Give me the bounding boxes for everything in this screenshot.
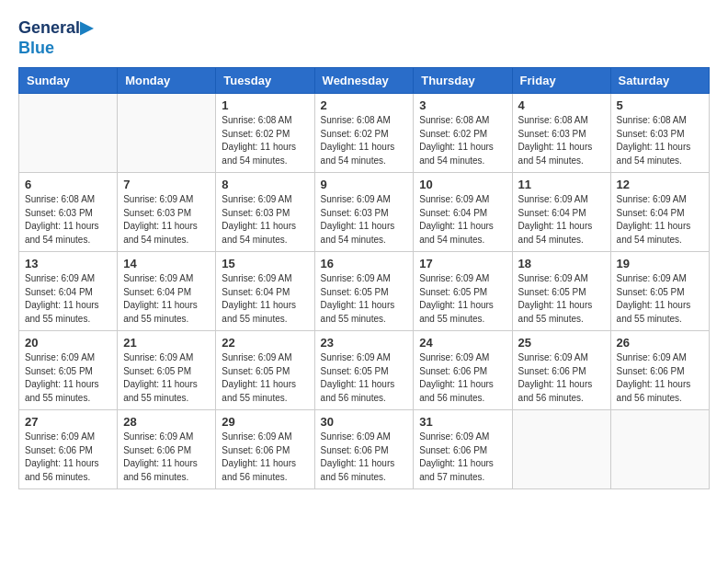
calendar-day-cell: 20Sunrise: 6:09 AM Sunset: 6:05 PM Dayli… [19, 331, 118, 410]
day-number: 25 [518, 336, 605, 350]
day-info: Sunrise: 6:08 AM Sunset: 6:02 PM Dayligh… [222, 114, 308, 167]
calendar-day-cell: 12Sunrise: 6:09 AM Sunset: 6:04 PM Dayli… [610, 173, 709, 252]
day-number: 15 [222, 257, 308, 270]
day-info: Sunrise: 6:09 AM Sunset: 6:05 PM Dayligh… [321, 272, 408, 326]
calendar-day-cell: 10Sunrise: 6:09 AM Sunset: 6:04 PM Dayli… [414, 173, 512, 252]
calendar-day-cell: 4Sunrise: 6:08 AM Sunset: 6:03 PM Daylig… [512, 94, 610, 173]
day-info: Sunrise: 6:09 AM Sunset: 6:06 PM Dayligh… [222, 431, 308, 484]
day-number: 9 [321, 178, 408, 191]
day-info: Sunrise: 6:09 AM Sunset: 6:06 PM Dayligh… [617, 351, 703, 405]
calendar-day-cell [118, 94, 216, 173]
weekday-header-saturday: Saturday [610, 68, 709, 94]
day-info: Sunrise: 6:09 AM Sunset: 6:04 PM Dayligh… [123, 272, 210, 326]
calendar-table: SundayMondayTuesdayWednesdayThursdayFrid… [18, 67, 710, 489]
day-info: Sunrise: 6:09 AM Sunset: 6:06 PM Dayligh… [25, 431, 111, 484]
day-info: Sunrise: 6:09 AM Sunset: 6:03 PM Dayligh… [222, 193, 308, 247]
calendar-day-cell: 18Sunrise: 6:09 AM Sunset: 6:05 PM Dayli… [512, 252, 610, 331]
day-number: 4 [518, 98, 605, 112]
day-number: 8 [222, 178, 308, 191]
weekday-header-sunday: Sunday [19, 68, 118, 94]
calendar-day-cell: 1Sunrise: 6:08 AM Sunset: 6:02 PM Daylig… [216, 94, 314, 173]
calendar-day-cell: 19Sunrise: 6:09 AM Sunset: 6:05 PM Dayli… [610, 252, 709, 331]
day-info: Sunrise: 6:09 AM Sunset: 6:06 PM Dayligh… [321, 431, 408, 484]
calendar-day-cell [19, 94, 118, 173]
calendar-day-cell: 27Sunrise: 6:09 AM Sunset: 6:06 PM Dayli… [19, 410, 118, 489]
day-number: 18 [518, 257, 605, 270]
calendar-day-cell: 8Sunrise: 6:09 AM Sunset: 6:03 PM Daylig… [216, 173, 314, 252]
logo: General▶ Blue [18, 18, 93, 58]
day-info: Sunrise: 6:09 AM Sunset: 6:05 PM Dayligh… [617, 272, 703, 326]
calendar-day-cell [610, 410, 709, 489]
day-number: 2 [321, 98, 408, 112]
page-header: General▶ Blue [18, 18, 710, 58]
calendar-day-cell: 31Sunrise: 6:09 AM Sunset: 6:06 PM Dayli… [414, 410, 512, 489]
calendar-day-cell [512, 410, 610, 489]
day-info: Sunrise: 6:09 AM Sunset: 6:05 PM Dayligh… [419, 272, 506, 326]
day-info: Sunrise: 6:08 AM Sunset: 6:02 PM Dayligh… [321, 114, 408, 167]
day-info: Sunrise: 6:09 AM Sunset: 6:04 PM Dayligh… [518, 193, 605, 247]
day-number: 30 [321, 415, 408, 429]
calendar-day-cell: 16Sunrise: 6:09 AM Sunset: 6:05 PM Dayli… [314, 252, 414, 331]
calendar-day-cell: 29Sunrise: 6:09 AM Sunset: 6:06 PM Dayli… [216, 410, 314, 489]
calendar-day-cell: 13Sunrise: 6:09 AM Sunset: 6:04 PM Dayli… [19, 252, 118, 331]
day-number: 16 [321, 257, 408, 270]
day-number: 31 [419, 415, 506, 429]
day-number: 21 [123, 336, 210, 350]
day-number: 26 [617, 336, 703, 350]
calendar-day-cell: 24Sunrise: 6:09 AM Sunset: 6:06 PM Dayli… [414, 331, 512, 410]
day-info: Sunrise: 6:09 AM Sunset: 6:05 PM Dayligh… [321, 351, 408, 405]
calendar-day-cell: 11Sunrise: 6:09 AM Sunset: 6:04 PM Dayli… [512, 173, 610, 252]
calendar-day-cell: 28Sunrise: 6:09 AM Sunset: 6:06 PM Dayli… [118, 410, 216, 489]
day-number: 14 [123, 257, 210, 270]
day-number: 10 [419, 178, 506, 191]
day-number: 29 [222, 415, 308, 429]
day-info: Sunrise: 6:09 AM Sunset: 6:06 PM Dayligh… [419, 431, 506, 484]
calendar-day-cell: 15Sunrise: 6:09 AM Sunset: 6:04 PM Dayli… [216, 252, 314, 331]
calendar-week-row: 20Sunrise: 6:09 AM Sunset: 6:05 PM Dayli… [19, 331, 710, 410]
weekday-header-wednesday: Wednesday [314, 68, 414, 94]
weekday-header-monday: Monday [118, 68, 216, 94]
calendar-day-cell: 22Sunrise: 6:09 AM Sunset: 6:05 PM Dayli… [216, 331, 314, 410]
day-info: Sunrise: 6:09 AM Sunset: 6:06 PM Dayligh… [123, 431, 210, 484]
day-number: 22 [222, 336, 308, 350]
weekday-header-row: SundayMondayTuesdayWednesdayThursdayFrid… [19, 68, 710, 94]
calendar-day-cell: 14Sunrise: 6:09 AM Sunset: 6:04 PM Dayli… [118, 252, 216, 331]
day-number: 1 [222, 98, 308, 112]
calendar-week-row: 13Sunrise: 6:09 AM Sunset: 6:04 PM Dayli… [19, 252, 710, 331]
day-info: Sunrise: 6:09 AM Sunset: 6:04 PM Dayligh… [25, 272, 111, 326]
calendar-day-cell: 25Sunrise: 6:09 AM Sunset: 6:06 PM Dayli… [512, 331, 610, 410]
day-number: 17 [419, 257, 506, 270]
day-number: 13 [25, 257, 111, 270]
day-info: Sunrise: 6:09 AM Sunset: 6:05 PM Dayligh… [222, 351, 308, 405]
day-info: Sunrise: 6:09 AM Sunset: 6:05 PM Dayligh… [518, 272, 605, 326]
calendar-day-cell: 30Sunrise: 6:09 AM Sunset: 6:06 PM Dayli… [314, 410, 414, 489]
day-number: 11 [518, 178, 605, 191]
day-info: Sunrise: 6:09 AM Sunset: 6:04 PM Dayligh… [419, 193, 506, 247]
day-number: 20 [25, 336, 111, 350]
weekday-header-friday: Friday [512, 68, 610, 94]
calendar-week-row: 1Sunrise: 6:08 AM Sunset: 6:02 PM Daylig… [19, 94, 710, 173]
calendar-day-cell: 17Sunrise: 6:09 AM Sunset: 6:05 PM Dayli… [414, 252, 512, 331]
day-number: 12 [617, 178, 703, 191]
calendar-day-cell: 5Sunrise: 6:08 AM Sunset: 6:03 PM Daylig… [610, 94, 709, 173]
day-info: Sunrise: 6:08 AM Sunset: 6:03 PM Dayligh… [617, 114, 703, 167]
calendar-day-cell: 21Sunrise: 6:09 AM Sunset: 6:05 PM Dayli… [118, 331, 216, 410]
calendar-week-row: 6Sunrise: 6:08 AM Sunset: 6:03 PM Daylig… [19, 173, 710, 252]
calendar-day-cell: 6Sunrise: 6:08 AM Sunset: 6:03 PM Daylig… [19, 173, 118, 252]
day-info: Sunrise: 6:09 AM Sunset: 6:05 PM Dayligh… [123, 351, 210, 405]
day-number: 28 [123, 415, 210, 429]
day-number: 27 [25, 415, 111, 429]
calendar-week-row: 27Sunrise: 6:09 AM Sunset: 6:06 PM Dayli… [19, 410, 710, 489]
day-info: Sunrise: 6:09 AM Sunset: 6:03 PM Dayligh… [321, 193, 408, 247]
calendar-day-cell: 3Sunrise: 6:08 AM Sunset: 6:02 PM Daylig… [414, 94, 512, 173]
day-info: Sunrise: 6:08 AM Sunset: 6:03 PM Dayligh… [25, 193, 111, 247]
day-number: 6 [25, 178, 111, 191]
day-info: Sunrise: 6:09 AM Sunset: 6:06 PM Dayligh… [518, 351, 605, 405]
day-info: Sunrise: 6:08 AM Sunset: 6:03 PM Dayligh… [518, 114, 605, 167]
weekday-header-tuesday: Tuesday [216, 68, 314, 94]
day-info: Sunrise: 6:09 AM Sunset: 6:05 PM Dayligh… [25, 351, 111, 405]
calendar-day-cell: 23Sunrise: 6:09 AM Sunset: 6:05 PM Dayli… [314, 331, 414, 410]
day-number: 24 [419, 336, 506, 350]
day-number: 5 [617, 98, 703, 112]
day-number: 3 [419, 98, 506, 112]
